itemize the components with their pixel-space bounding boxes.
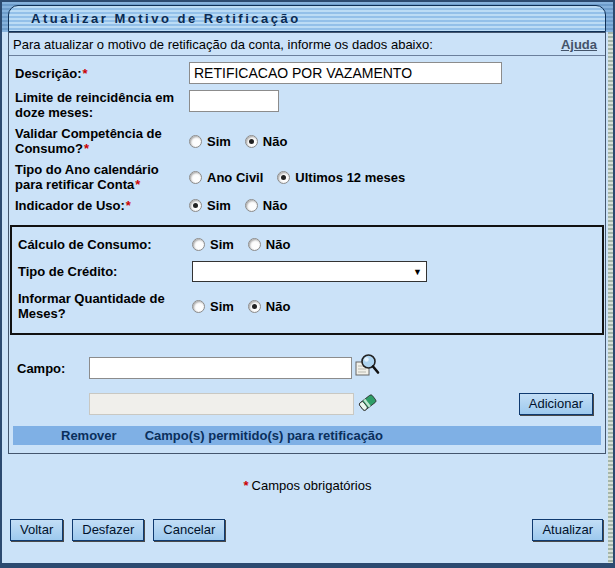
voltar-button[interactable]: Voltar	[10, 519, 63, 541]
search-icon[interactable]	[355, 353, 380, 383]
eraser-icon[interactable]	[357, 389, 379, 418]
informar-meses-option-sim-label: Sim	[210, 299, 234, 314]
limite-label: Limite de reincidência em doze meses:	[11, 90, 189, 120]
validar-option-sim-label: Sim	[207, 134, 231, 149]
field-row-informar-meses: Informar Quantidade de Meses? Sim Não	[14, 291, 600, 321]
field-row-calculo: Cálculo de Consumo: Sim Não	[14, 237, 600, 252]
calculo-option-nao-label: Não	[266, 237, 291, 252]
calculo-option-sim-label: Sim	[210, 237, 234, 252]
calculo-radio-nao[interactable]	[248, 238, 261, 251]
atualizar-button[interactable]: Atualizar	[532, 519, 603, 541]
required-asterisk: *	[243, 478, 248, 493]
field-row-campo: Campo:	[13, 353, 601, 383]
campo-label: Campo:	[13, 361, 89, 376]
campo-section: Campo:	[11, 335, 603, 451]
field-row-limite: Limite de reincidência em doze meses:	[11, 90, 603, 120]
adicionar-button[interactable]: Adicionar	[519, 393, 593, 415]
tipo-ano-label: Tipo do Ano calendário para retificar Co…	[11, 162, 189, 192]
required-asterisk: *	[126, 198, 131, 213]
campos-table-header: Remover Campo(s) permitido(s) para retif…	[13, 426, 601, 445]
field-row-validar: Validar Competência de Consumo?* Sim Não	[11, 126, 603, 156]
cancelar-button[interactable]: Cancelar	[153, 519, 225, 541]
indicador-label: Indicador de Uso:*	[11, 198, 189, 213]
validar-label: Validar Competência de Consumo?*	[11, 126, 189, 156]
tipo-ano-option-ano-civil-label: Ano Civil	[207, 170, 263, 185]
calculo-consumo-box: Cálculo de Consumo: Sim Não Tipo de Créd…	[10, 225, 604, 335]
desfazer-button[interactable]: Desfazer	[72, 519, 144, 541]
informar-meses-radio-sim[interactable]	[192, 300, 205, 313]
table-column-campos-permitidos: Campo(s) permitido(s) para retificação	[117, 428, 383, 443]
tipo-ano-radio-ano-civil[interactable]	[189, 171, 202, 184]
help-link[interactable]: Ajuda	[561, 37, 597, 52]
page: { "header": { "title": "Atualizar Motivo…	[0, 0, 615, 568]
required-asterisk: *	[135, 177, 140, 192]
validar-radio-sim[interactable]	[189, 135, 202, 148]
page-title: Atualizar Motivo de Retificação	[31, 11, 301, 26]
limite-input[interactable]	[189, 90, 279, 112]
dropdown-arrow-icon: ▼	[413, 267, 422, 277]
validar-radio-nao[interactable]	[245, 135, 258, 148]
tipo-credito-select[interactable]: ▼	[192, 261, 427, 282]
descricao-label: Descrição:*	[11, 66, 189, 81]
required-fields-note: *Campos obrigatórios	[2, 478, 613, 493]
header-strip: Atualizar Motivo de Retificação	[2, 2, 613, 32]
calculo-radio-sim[interactable]	[192, 238, 205, 251]
campo-input[interactable]	[89, 357, 352, 379]
tipo-ano-option-ultimos-12-label: Ultimos 12 meses	[295, 170, 405, 185]
required-asterisk: *	[82, 66, 87, 81]
informar-meses-radio-nao[interactable]	[248, 300, 261, 313]
field-row-tipo-credito: Tipo de Crédito: ▼	[14, 261, 600, 282]
descricao-input[interactable]	[189, 62, 502, 84]
intro-row: Para atualizar o motivo de retificação d…	[9, 33, 605, 56]
field-row-indicador: Indicador de Uso:* Sim Não	[11, 198, 603, 213]
indicador-radio-sim[interactable]	[189, 199, 202, 212]
informar-meses-label: Informar Quantidade de Meses?	[14, 291, 192, 321]
tipo-credito-label: Tipo de Crédito:	[14, 264, 192, 279]
indicador-radio-nao[interactable]	[245, 199, 258, 212]
campo-description-readonly	[89, 393, 354, 415]
informar-meses-option-nao-label: Não	[266, 299, 291, 314]
table-column-remover: Remover	[13, 428, 117, 443]
intro-text: Para atualizar o motivo de retificação d…	[13, 37, 433, 52]
indicador-option-sim-label: Sim	[207, 198, 231, 213]
indicador-option-nao-label: Não	[263, 198, 288, 213]
required-asterisk: *	[84, 141, 89, 156]
page-edge-texture	[608, 2, 613, 563]
form-container: Para atualizar o motivo de retificação d…	[8, 32, 606, 454]
field-row-descricao: Descrição:*	[11, 62, 603, 84]
fields-section: Descrição:* Limite de reincidência em do…	[9, 56, 605, 453]
page-title-tab: Atualizar Motivo de Retificação	[8, 5, 606, 32]
calculo-label: Cálculo de Consumo:	[14, 237, 192, 252]
action-buttons-row: Voltar Desfazer Cancelar Atualizar	[10, 519, 603, 541]
field-row-tipo-ano: Tipo do Ano calendário para retificar Co…	[11, 162, 603, 192]
tipo-ano-radio-ultimos-12[interactable]	[277, 171, 290, 184]
validar-option-nao-label: Não	[263, 134, 288, 149]
campo-description-row: Adicionar	[13, 389, 601, 418]
